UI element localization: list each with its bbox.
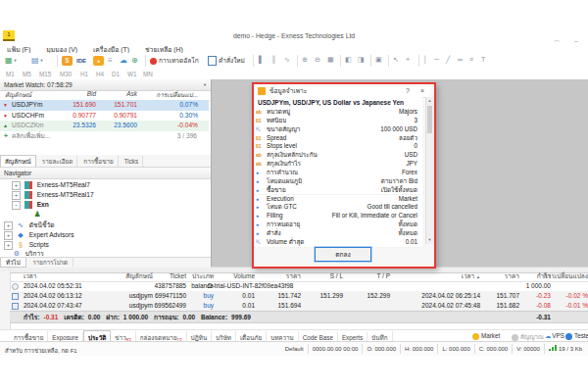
candlestick-icon[interactable]: ║ <box>271 56 276 63</box>
tile-left-icon[interactable]: ◧ <box>345 56 352 64</box>
nav-item-server[interactable]: + Exness-MT5Real7 <box>0 180 222 190</box>
tf-mn[interactable]: MN <box>143 71 153 77</box>
tf-m1[interactable]: M1 <box>6 71 15 77</box>
chevron-down-icon[interactable]: ▼ <box>203 79 207 90</box>
dialog-title-bar[interactable]: ข้อมูลจำเพาะ ? × <box>254 84 430 98</box>
col-close-time[interactable]: เวลา ▲ <box>398 271 480 281</box>
trendline-icon[interactable]: ╱ <box>446 56 450 64</box>
market-watch-row[interactable]: ▲ USDCZKm 23.5326 23.5600 -0.04% <box>0 121 209 131</box>
cloud-icon[interactable]: ☁ <box>120 55 127 67</box>
metaeditor-ide-icon[interactable]: IDE <box>76 55 86 67</box>
bid-value: 23.5326 <box>53 121 96 131</box>
expand-toggle[interactable]: - <box>12 201 21 210</box>
zoom-out-icon[interactable]: ⊖ <box>315 56 320 64</box>
crosshair-icon[interactable]: + <box>406 56 410 63</box>
tester-button[interactable]: Tester <box>565 332 588 340</box>
col-tp[interactable]: T / P <box>351 271 390 281</box>
ok-button[interactable]: ตกลง <box>315 247 371 262</box>
profile-selector[interactable]: Default <box>281 344 308 354</box>
tab-ticks[interactable]: Ticks <box>121 156 143 167</box>
help-button[interactable]: ? <box>401 84 415 97</box>
col-change[interactable]: การเปลี่ยนแป... <box>139 90 198 100</box>
col-symbol[interactable]: สัญลักษณ์ <box>5 90 31 100</box>
objects-icon[interactable]: ≡ <box>469 56 473 63</box>
col-volume[interactable]: Volume <box>216 271 255 281</box>
tf-m30[interactable]: M30 <box>60 71 72 77</box>
navigator-header[interactable]: Navigator <box>0 168 211 179</box>
scroll-up-icon[interactable]: ▲ <box>426 97 433 105</box>
tab-common[interactable]: ทั่วไป <box>0 258 26 268</box>
expand-toggle[interactable]: + <box>4 231 13 240</box>
history-row-deal[interactable]: 2024.04.02 07:43:47 usdjpym 699562499 bu… <box>10 301 588 311</box>
line-chart-icon[interactable]: ∿ <box>284 56 290 64</box>
lock-icon[interactable]: ● <box>93 55 104 67</box>
new-order-button[interactable]: คำสั่งใหม่ <box>208 55 245 67</box>
expand-toggle[interactable]: + <box>12 191 21 200</box>
nav-item-expert-advisors[interactable]: + ◆ Expert Advisors <box>0 230 215 240</box>
dialog-close-button[interactable]: × <box>416 84 429 97</box>
community-icon[interactable]: ⊕ <box>131 55 138 67</box>
market-watch-row[interactable]: ▼ USDCHFm 0.90777 0.90791 0.30% <box>0 111 209 122</box>
tf-d1[interactable]: D1 <box>112 71 120 77</box>
tab-codebase[interactable]: Code Base <box>299 332 338 341</box>
market-watch-add-row[interactable]: + คลิกเพื่อเพิ่ม... 3 / 396 <box>0 131 209 142</box>
tab-favorites[interactable]: รายการโปรด <box>28 258 74 267</box>
col-price[interactable]: ราคา <box>257 271 301 281</box>
nav-item-login[interactable]: ♟ <box>0 210 244 220</box>
tab-experts[interactable]: Experts <box>338 332 368 341</box>
robot-icon: ◆ <box>17 231 24 239</box>
payments-icon[interactable]: $ <box>62 55 73 67</box>
hline-icon[interactable]: ─ <box>434 56 439 63</box>
chevron-down-icon[interactable]: ▼ <box>14 58 18 63</box>
tf-h1[interactable]: H1 <box>80 71 88 77</box>
deal-ticket: 438757885 <box>143 281 186 291</box>
tab-details[interactable]: รายละเอียด <box>38 156 78 167</box>
history-row-balance[interactable]: 2024.04.02 05:52:31 438757885 balance D-… <box>10 281 588 291</box>
connection-status[interactable]: 19 / 3 Kb <box>544 344 586 354</box>
tab-symbols[interactable]: สัญลักษณ์ <box>0 155 36 167</box>
dialog-scrollbar[interactable]: ▲ ▼ <box>425 97 434 244</box>
vline-icon[interactable]: │ <box>423 56 427 63</box>
tile-right-icon[interactable]: ◨ <box>358 56 365 64</box>
chevron-down-icon[interactable]: ▼ <box>40 58 44 63</box>
tab-exposure[interactable]: Exposure <box>48 332 83 341</box>
nav-item-account[interactable]: - Exn <box>0 200 222 210</box>
tf-h4[interactable]: H4 <box>96 71 104 77</box>
zoom-in-icon[interactable]: ⊕ <box>302 56 308 64</box>
expand-toggle[interactable]: + <box>12 181 21 190</box>
spec-value: ทั้งหมด <box>398 220 417 229</box>
col-type[interactable]: ประเภท <box>182 271 214 281</box>
col-ticket[interactable]: Ticket <box>143 271 186 281</box>
tf-m5[interactable]: M5 <box>23 71 31 77</box>
vps-button[interactable]: ☁VPS <box>545 332 564 339</box>
text-icon[interactable]: T <box>481 56 485 63</box>
cursor-icon[interactable]: ↖ <box>393 56 399 64</box>
tab-trading[interactable]: การซื้อขาย <box>79 156 118 167</box>
market-button[interactable]: Market <box>472 332 500 340</box>
tf-w1[interactable]: W1 <box>127 71 136 77</box>
scroll-down-icon[interactable]: ▼ <box>426 236 433 244</box>
grid-icon[interactable]: ▦ <box>327 56 334 64</box>
nav-item-indicators[interactable]: + ∿ ดัชนีชี้วัด <box>0 220 215 230</box>
col-sl[interactable]: S / L <box>304 271 343 281</box>
screenshot-icon[interactable]: ▣ <box>375 56 382 64</box>
tf-m15[interactable]: M15 <box>39 71 51 77</box>
market-watch-row[interactable]: ▼ USDJPYm 151.690 151.701 0.07% <box>0 100 209 111</box>
nav-item-server[interactable]: + Exness-MT5Real17 <box>0 190 222 200</box>
col-time[interactable]: เวลา <box>24 271 110 281</box>
col-bid[interactable]: Bid <box>53 90 96 97</box>
bar-chart-icon[interactable]: ▌ <box>259 56 264 63</box>
scrollbar-thumb[interactable] <box>427 106 432 133</box>
channel-icon[interactable]: ═ <box>458 56 463 63</box>
summary-deposit-label: ฝาก: <box>106 314 120 320</box>
balance-icon <box>12 283 19 290</box>
col-change[interactable]: การเปลี่ยนแปลง <box>541 271 588 281</box>
history-row-deal[interactable]: 2024.04.02 06:13:12 usdjpym 699471150 bu… <box>10 291 588 301</box>
spec-label: ซื้อขาย <box>267 186 286 195</box>
profiles-icon[interactable]: ▤▼ <box>31 55 44 67</box>
new-chart-icon[interactable]: ▦▼ <box>5 55 18 67</box>
mql5-icon[interactable]: ≡ <box>108 55 113 67</box>
algo-trading-button[interactable]: การเทรดอัลโก <box>150 55 199 67</box>
expand-toggle[interactable]: + <box>4 221 13 230</box>
col-ask[interactable]: Ask <box>96 90 137 97</box>
